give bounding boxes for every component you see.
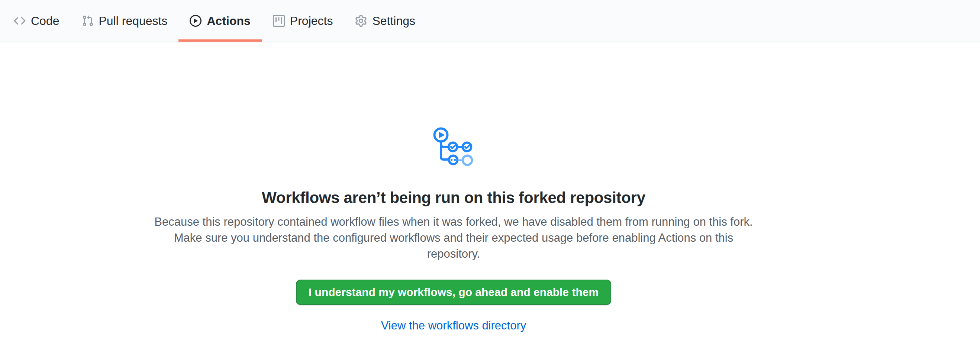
tab-actions-label: Actions: [207, 15, 250, 27]
blankslate-description: Because this repository contained workfl…: [151, 214, 757, 262]
blankslate-heading: Workflows aren’t being run on this forke…: [89, 189, 818, 207]
code-icon: [14, 15, 25, 27]
actions-disabled-content: Workflows aren’t being run on this forke…: [0, 42, 980, 332]
workflow-graph-icon: [433, 127, 474, 168]
enable-workflows-button[interactable]: I understand my workflows, go ahead and …: [296, 280, 611, 305]
tab-projects-label: Projects: [290, 15, 333, 27]
tab-settings[interactable]: Settings: [344, 0, 426, 42]
workflows-link-row: View the workflows directory: [89, 319, 818, 332]
play-icon: [189, 15, 202, 27]
gear-icon: [355, 15, 367, 27]
tab-pull-requests[interactable]: Pull requests: [71, 0, 179, 42]
tab-settings-label: Settings: [372, 15, 415, 27]
project-icon: [273, 15, 285, 27]
tab-code-label: Code: [31, 15, 59, 27]
git-pull-request-icon: [82, 15, 94, 27]
blankslate: Workflows aren’t being run on this forke…: [89, 42, 818, 332]
tab-pull-requests-label: Pull requests: [99, 15, 168, 27]
tab-actions[interactable]: Actions: [178, 0, 261, 42]
tab-projects[interactable]: Projects: [262, 0, 344, 42]
repo-nav: Code Pull requests Actions Projects Sett…: [0, 0, 980, 42]
view-workflows-link[interactable]: View the workflows directory: [381, 319, 527, 332]
tab-code[interactable]: Code: [3, 0, 71, 42]
